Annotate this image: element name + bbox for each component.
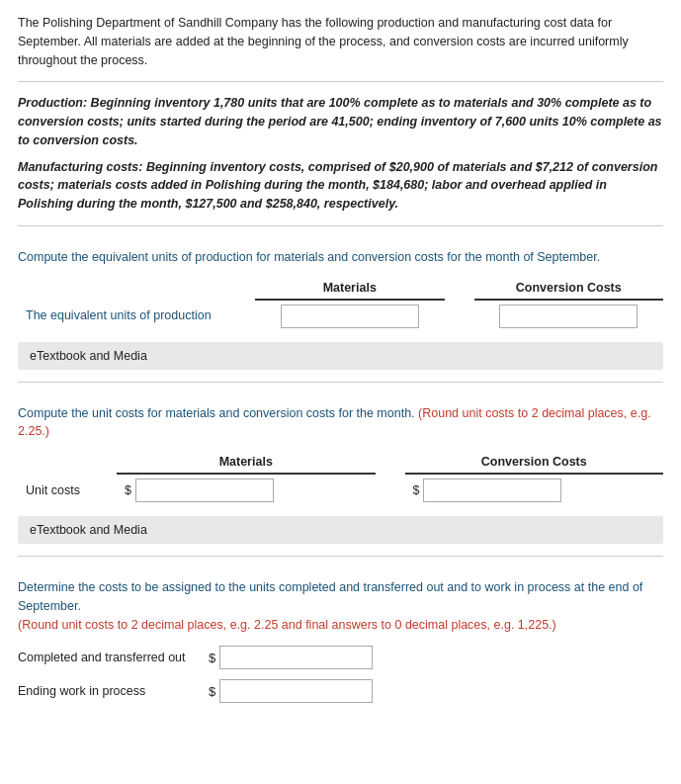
section1-data-row: The equivalent units of production xyxy=(18,300,663,332)
section2-conversion-cell: $ xyxy=(405,474,664,506)
section1-conversion-input[interactable] xyxy=(499,305,638,328)
section1-conversion-input-cell xyxy=(474,300,664,332)
section3-row2-input-group: $ xyxy=(209,679,373,703)
manufacturing-text: Manufacturing costs: Beginning inventory… xyxy=(18,158,663,214)
section2-dollar1: $ xyxy=(125,483,131,497)
section1-col2-header: Conversion Costs xyxy=(474,279,664,300)
section3-row2-label: Ending work in process xyxy=(18,684,201,698)
section-3: Determine the costs to be assigned to th… xyxy=(18,568,663,703)
section2-table: Materials Conversion Costs Unit costs $ … xyxy=(18,453,663,506)
section3-question-blue: Determine the costs to be assigned to th… xyxy=(18,580,642,613)
section3-ending-wip-input[interactable] xyxy=(219,679,373,703)
section3-transferred-input[interactable] xyxy=(219,646,373,669)
section2-dollar2: $ xyxy=(413,483,420,497)
production-label: Production: xyxy=(18,96,87,110)
section3-dollar2: $ xyxy=(209,684,215,699)
section3-row1: Completed and transferred out $ xyxy=(18,646,663,669)
section3-dollar1: $ xyxy=(209,651,215,665)
section2-conversion-input[interactable] xyxy=(423,479,561,502)
section2-header-row: Materials Conversion Costs xyxy=(18,453,663,474)
section-2: Compute the unit costs for materials and… xyxy=(18,394,663,545)
section2-question: Compute the unit costs for materials and… xyxy=(18,404,663,442)
section-1: Compute the equivalent units of producti… xyxy=(18,238,663,370)
section2-row1-label: Unit costs xyxy=(18,474,117,506)
section1-materials-input[interactable] xyxy=(281,305,419,328)
divider-4 xyxy=(18,556,663,557)
section1-col1-header: Materials xyxy=(255,279,445,300)
divider-1 xyxy=(18,81,663,82)
section2-data-row: Unit costs $ $ xyxy=(18,474,663,506)
section1-materials-input-cell xyxy=(255,300,445,332)
section2-etextbook[interactable]: eTextbook and Media xyxy=(18,516,663,544)
section2-question-blue: Compute the unit costs for materials and… xyxy=(18,406,415,420)
section1-question: Compute the equivalent units of producti… xyxy=(18,248,663,267)
divider-3 xyxy=(18,382,663,383)
section1-row1-label: The equivalent units of production xyxy=(18,300,255,332)
section1-etextbook[interactable]: eTextbook and Media xyxy=(18,342,663,370)
section3-row1-input-group: $ xyxy=(209,646,373,669)
manufacturing-label: Manufacturing costs: xyxy=(18,160,142,174)
production-body: Beginning inventory 1,780 units that are… xyxy=(18,96,662,147)
section3-question-red: (Round unit costs to 2 decimal places, e… xyxy=(18,618,556,632)
intro-main: The Polishing Department of Sandhill Com… xyxy=(18,14,663,69)
section1-header-row: Materials Conversion Costs xyxy=(18,279,663,300)
section2-materials-input[interactable] xyxy=(135,479,274,502)
section3-question: Determine the costs to be assigned to th… xyxy=(18,578,663,634)
section1-table: Materials Conversion Costs The equivalen… xyxy=(18,279,663,332)
section2-col1-header: Materials xyxy=(117,453,376,474)
divider-2 xyxy=(18,225,663,226)
section3-row1-label: Completed and transferred out xyxy=(18,651,201,664)
section2-col2-header: Conversion Costs xyxy=(405,453,664,474)
section2-materials-cell: $ xyxy=(117,474,376,506)
production-text: Production: Beginning inventory 1,780 un… xyxy=(18,94,663,149)
section3-row2: Ending work in process $ xyxy=(18,679,663,703)
